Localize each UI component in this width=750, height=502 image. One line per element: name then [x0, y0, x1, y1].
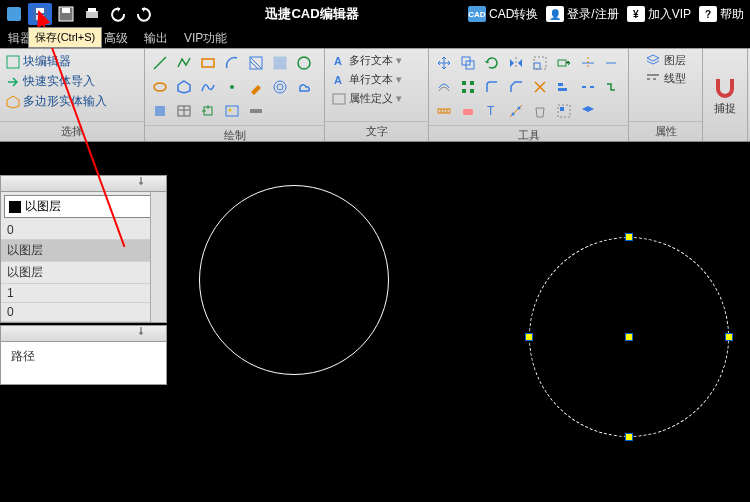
- prop-row[interactable]: 0: [1, 303, 166, 322]
- table-icon[interactable]: [173, 100, 195, 122]
- svg-line-9: [154, 57, 166, 69]
- svg-point-55: [512, 113, 515, 116]
- divide-icon[interactable]: [505, 100, 527, 122]
- group-icon[interactable]: [553, 100, 575, 122]
- quick-import-button[interactable]: 快速实体导入: [4, 72, 109, 91]
- extend-icon[interactable]: [601, 52, 623, 74]
- svg-rect-35: [558, 60, 566, 66]
- chamfer-icon[interactable]: [505, 76, 527, 98]
- help-button[interactable]: ?帮助: [699, 6, 744, 23]
- copy-icon[interactable]: [457, 52, 479, 74]
- drawing-canvas[interactable]: [167, 142, 750, 502]
- block-editor-button[interactable]: 块编辑器: [4, 52, 109, 71]
- svg-rect-7: [88, 8, 96, 12]
- hatch-icon[interactable]: [245, 52, 267, 74]
- region-icon[interactable]: [269, 52, 291, 74]
- grip-center[interactable]: [625, 333, 633, 341]
- pin-icon[interactable]: [136, 176, 146, 186]
- image-icon[interactable]: [221, 100, 243, 122]
- save-icon[interactable]: [28, 3, 52, 25]
- svg-rect-3: [36, 15, 44, 20]
- explode-icon[interactable]: [529, 76, 551, 98]
- cloud-icon[interactable]: [293, 76, 315, 98]
- layer-button[interactable]: 图层: [645, 52, 686, 68]
- grip-top[interactable]: [625, 233, 633, 241]
- grip-right[interactable]: [725, 333, 733, 341]
- singleline-text-button[interactable]: A单行文本▾: [331, 71, 403, 88]
- prop-row[interactable]: 1: [1, 284, 166, 303]
- svg-text:A: A: [334, 74, 342, 86]
- point-icon[interactable]: [221, 76, 243, 98]
- more-draw-icon[interactable]: [245, 100, 267, 122]
- svg-rect-5: [62, 8, 70, 13]
- svg-rect-20: [155, 106, 165, 116]
- login-button[interactable]: 👤登录/注册: [546, 6, 618, 23]
- menu-vip[interactable]: VIP功能: [176, 30, 235, 47]
- align-icon[interactable]: [553, 76, 575, 98]
- cad-convert-button[interactable]: CADCAD转换: [468, 6, 538, 23]
- trim-icon[interactable]: [577, 52, 599, 74]
- redo-icon[interactable]: [132, 3, 156, 25]
- svg-point-26: [229, 109, 232, 112]
- move-icon[interactable]: [433, 52, 455, 74]
- spline-icon[interactable]: [197, 76, 219, 98]
- circle-icon[interactable]: [293, 52, 315, 74]
- properties-panel: 以图层 ⌄ 0 以图层 以图层 1 0: [0, 175, 167, 323]
- path-panel: 路径: [0, 325, 167, 385]
- svg-line-12: [250, 61, 258, 69]
- polygon-input-button[interactable]: 多边形实体输入: [4, 92, 109, 111]
- app-icon[interactable]: [2, 3, 26, 25]
- edit-text-icon[interactable]: T: [481, 100, 503, 122]
- svg-point-56: [518, 107, 521, 110]
- rotate-icon[interactable]: [481, 52, 503, 74]
- scale-icon[interactable]: [529, 52, 551, 74]
- join-icon[interactable]: [601, 76, 623, 98]
- vip-button[interactable]: ¥加入VIP: [627, 6, 691, 23]
- line-icon[interactable]: [149, 52, 171, 74]
- scrollbar[interactable]: [150, 192, 166, 322]
- multiline-text-button[interactable]: A多行文本▾: [331, 52, 403, 69]
- erase-icon[interactable]: [457, 100, 479, 122]
- grip-left[interactable]: [525, 333, 533, 341]
- circle-entity[interactable]: [199, 185, 389, 375]
- polyline-icon[interactable]: [173, 52, 195, 74]
- measure-icon[interactable]: [433, 100, 455, 122]
- path-label: 路径: [1, 342, 166, 371]
- prop-row[interactable]: 以图层: [1, 240, 166, 262]
- ring-icon[interactable]: [269, 76, 291, 98]
- svg-rect-45: [558, 88, 567, 91]
- linetype-button[interactable]: 线型: [645, 70, 686, 86]
- undo-icon[interactable]: [106, 3, 130, 25]
- svg-rect-30: [333, 94, 345, 104]
- break-icon[interactable]: [577, 76, 599, 98]
- ellipse-icon[interactable]: [149, 76, 171, 98]
- svg-point-16: [154, 83, 166, 91]
- snap-button[interactable]: 捕捉: [708, 73, 742, 118]
- offset-icon[interactable]: [433, 76, 455, 98]
- grip-bottom[interactable]: [625, 433, 633, 441]
- block-icon[interactable]: [149, 100, 171, 122]
- svg-rect-14: [274, 57, 286, 69]
- purge-icon[interactable]: [529, 100, 551, 122]
- print-icon[interactable]: [80, 3, 104, 25]
- arc-icon[interactable]: [221, 52, 243, 74]
- rect-icon[interactable]: [197, 52, 219, 74]
- saveas-icon[interactable]: [54, 3, 78, 25]
- svg-rect-6: [86, 11, 98, 18]
- color-picker-icon[interactable]: [245, 76, 267, 98]
- svg-line-54: [510, 105, 522, 117]
- menu-output[interactable]: 输出: [136, 30, 176, 47]
- prop-row[interactable]: 0: [1, 221, 166, 240]
- array-icon[interactable]: [457, 76, 479, 98]
- polygon-icon[interactable]: [173, 76, 195, 98]
- layer-combo[interactable]: 以图层 ⌄: [4, 195, 163, 218]
- save-tooltip: 保存(Ctrl+S): [28, 27, 102, 48]
- attr-def-button[interactable]: 属性定义▾: [331, 90, 403, 107]
- prop-row[interactable]: 以图层: [1, 262, 166, 284]
- layer-tool-icon[interactable]: [577, 100, 599, 122]
- pin-icon[interactable]: [136, 326, 146, 336]
- mirror-icon[interactable]: [505, 52, 527, 74]
- fillet-icon[interactable]: [481, 76, 503, 98]
- insert-icon[interactable]: [197, 100, 219, 122]
- stretch-icon[interactable]: [553, 52, 575, 74]
